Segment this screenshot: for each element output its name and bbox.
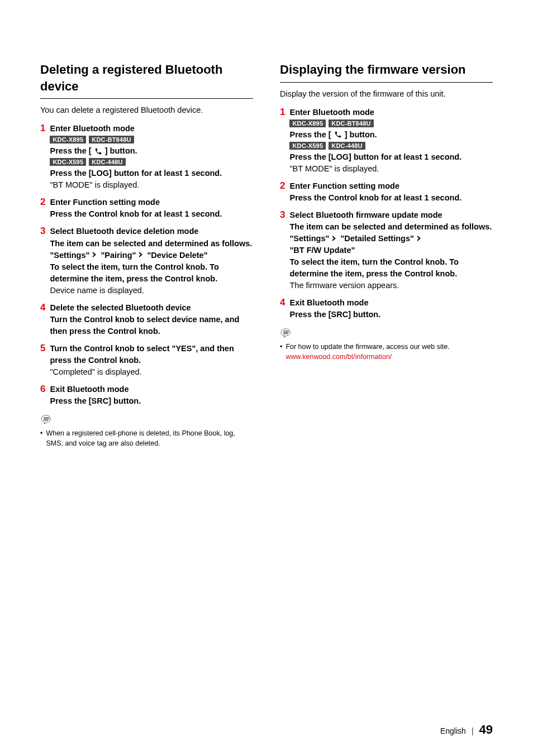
step-instruction: Press the Control knob for at least 1 se… bbox=[289, 192, 493, 204]
footer-page-number: 49 bbox=[479, 722, 493, 737]
step-instruction: To select the item, turn the Control kno… bbox=[289, 256, 493, 280]
step-title: Select Bluetooth device deletion mode bbox=[50, 226, 253, 237]
step-number: 1 bbox=[40, 122, 45, 134]
left-step-2: 2 Enter Function setting mode Press the … bbox=[40, 197, 253, 220]
chevron-right-icon bbox=[139, 252, 144, 257]
step-number: 4 bbox=[280, 296, 285, 308]
press-text-b: ] button. bbox=[342, 130, 377, 139]
model-badge: KDC-X895 bbox=[289, 119, 326, 127]
step-number: 6 bbox=[40, 383, 45, 395]
path-segment: "Device Delete" bbox=[147, 251, 207, 260]
step-result: "BT MODE" is displayed. bbox=[289, 163, 493, 175]
bullet-icon: • bbox=[40, 428, 42, 438]
step-instruction: Press the [LOG] button for at least 1 se… bbox=[289, 151, 493, 163]
right-column: Displaying the firmware version Display … bbox=[280, 61, 493, 448]
left-step-1: 1 Enter Bluetooth mode KDC-X895 KDC-BT84… bbox=[40, 123, 253, 191]
left-heading: Deleting a registered Bluetooth device bbox=[40, 61, 253, 99]
step-result: The firmware version appears. bbox=[289, 280, 493, 291]
badge-row: KDC-X895 KDC-BT848U bbox=[289, 119, 493, 127]
bullet-icon: • bbox=[280, 342, 282, 352]
left-step-4: 4 Delete the selected Bluetooth device T… bbox=[40, 302, 253, 337]
path-segment: "Settings" bbox=[289, 234, 329, 243]
model-badge: KDC-448U bbox=[89, 158, 125, 166]
step-instruction: Press the [ ] button. bbox=[289, 129, 493, 141]
note-text: For how to update the firmware, access o… bbox=[285, 342, 493, 362]
phone-icon bbox=[94, 147, 102, 155]
path-segment: "Settings" bbox=[50, 251, 89, 260]
firmware-link[interactable]: www.kenwood.com/bt/information/ bbox=[285, 353, 392, 361]
step-number: 3 bbox=[280, 209, 285, 221]
page-footer: English | 49 bbox=[440, 722, 493, 737]
step-title: Delete the selected Bluetooth device bbox=[50, 302, 253, 314]
model-badge: KDC-X595 bbox=[289, 142, 326, 150]
step-instruction: Press the Control knob for at least 1 se… bbox=[50, 208, 253, 220]
path-segment: "Pairing" bbox=[101, 251, 136, 260]
left-step-5: 5 Turn the Control knob to select "YES",… bbox=[40, 343, 253, 378]
note-item: • For how to update the firmware, access… bbox=[280, 342, 493, 362]
step-instruction: Turn the Control knob to select device n… bbox=[50, 314, 253, 337]
step-title: Enter Function setting mode bbox=[50, 197, 253, 208]
step-instruction: Press the [LOG] button for at least 1 se… bbox=[50, 168, 253, 179]
right-step-4: 4 Exit Bluetooth mode Press the [SRC] bu… bbox=[280, 297, 493, 320]
step-number: 4 bbox=[40, 302, 45, 313]
step-title: Exit Bluetooth mode bbox=[50, 384, 253, 395]
path-segment: "BT F/W Update" bbox=[289, 246, 355, 255]
badge-row: KDC-X595 KDC-448U bbox=[289, 142, 493, 150]
step-instruction: Press the [SRC] button. bbox=[289, 309, 493, 320]
press-text-a: Press the [ bbox=[289, 130, 333, 139]
menu-path: "Settings" "Pairing" "Device Delete" bbox=[50, 250, 253, 261]
step-title: Select Bluetooth firmware update mode bbox=[289, 209, 493, 221]
right-heading: Displaying the firmware version bbox=[280, 61, 493, 83]
step-title: Enter Bluetooth mode bbox=[289, 107, 493, 118]
badge-row: KDC-X895 KDC-BT848U bbox=[50, 136, 253, 143]
note-info-icon bbox=[280, 328, 292, 338]
footer-separator: | bbox=[472, 726, 474, 735]
press-text-b: ] button. bbox=[103, 146, 137, 155]
step-instruction: Press the [SRC] button. bbox=[50, 395, 253, 407]
model-badge: KDC-X895 bbox=[50, 136, 86, 143]
path-segment: "Detailed Settings" bbox=[340, 234, 413, 243]
step-title: Enter Bluetooth mode bbox=[50, 123, 253, 135]
step-number: 2 bbox=[280, 180, 285, 192]
chevron-right-icon bbox=[332, 236, 337, 241]
footer-language: English bbox=[440, 726, 466, 735]
step-result: "Completed" is displayed. bbox=[50, 366, 253, 378]
step-title: Exit Bluetooth mode bbox=[289, 297, 493, 309]
badge-row: KDC-X595 KDC-448U bbox=[50, 158, 253, 166]
right-step-1: 1 Enter Bluetooth mode KDC-X895 KDC-BT84… bbox=[280, 107, 493, 175]
left-step-6: 6 Exit Bluetooth mode Press the [SRC] bu… bbox=[40, 384, 253, 407]
left-intro: You can delete a registered Bluetooth de… bbox=[40, 104, 253, 116]
model-badge: KDC-448U bbox=[329, 142, 365, 150]
step-instruction: To select the item, turn the Control kno… bbox=[50, 261, 253, 285]
right-intro: Display the version of the firmware of t… bbox=[280, 88, 493, 100]
step-number: 1 bbox=[280, 106, 285, 118]
step-number: 3 bbox=[40, 225, 45, 237]
step-instruction: The item can be selected and determined … bbox=[289, 221, 493, 233]
menu-path: "Settings" "Detailed Settings" "BT F/W U… bbox=[289, 233, 493, 256]
left-step-3: 3 Select Bluetooth device deletion mode … bbox=[40, 226, 253, 296]
model-badge: KDC-X595 bbox=[50, 158, 86, 166]
press-text-a: Press the [ bbox=[50, 146, 93, 155]
step-instruction: Press the [ ] button. bbox=[50, 145, 253, 157]
step-instruction: The item can be selected and determined … bbox=[50, 238, 253, 250]
note-info-icon bbox=[40, 415, 53, 425]
note-text-part: For how to update the firmware, access o… bbox=[285, 343, 449, 351]
step-number: 2 bbox=[40, 196, 45, 208]
model-badge: KDC-BT848U bbox=[329, 119, 373, 127]
step-result: Device name is displayed. bbox=[50, 285, 253, 296]
model-badge: KDC-BT848U bbox=[89, 136, 134, 143]
phone-icon bbox=[334, 131, 342, 138]
step-number: 5 bbox=[40, 342, 45, 354]
right-step-2: 2 Enter Function setting mode Press the … bbox=[280, 180, 493, 204]
chevron-right-icon bbox=[93, 252, 97, 257]
chevron-right-icon bbox=[417, 236, 422, 241]
note-text: When a registered cell-phone is deleted,… bbox=[46, 428, 253, 448]
step-title: Enter Function setting mode bbox=[289, 180, 493, 192]
step-result: "BT MODE" is displayed. bbox=[50, 179, 253, 191]
right-step-3: 3 Select Bluetooth firmware update mode … bbox=[280, 209, 493, 291]
note-item: • When a registered cell-phone is delete… bbox=[40, 428, 253, 448]
step-title: Turn the Control knob to select "YES", a… bbox=[50, 343, 253, 366]
left-column: Deleting a registered Bluetooth device Y… bbox=[40, 61, 253, 448]
